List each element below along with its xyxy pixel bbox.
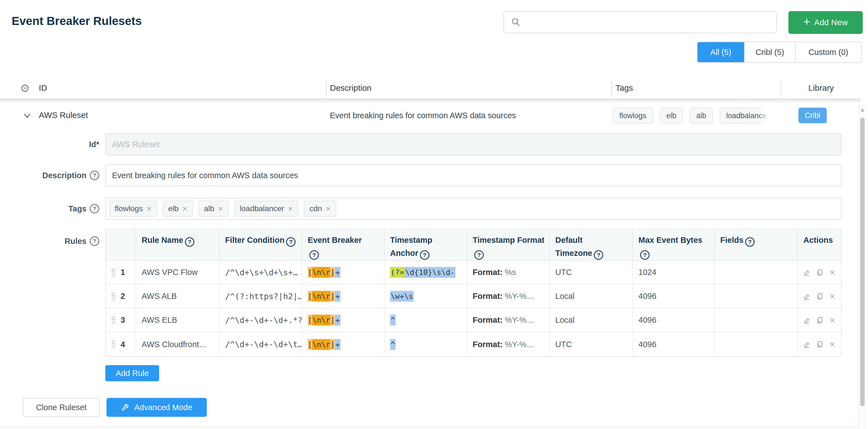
timestamp-anchor-cell: ^	[384, 333, 467, 356]
help-icon[interactable]: ?	[286, 237, 296, 247]
rule-name-cell: AWS ALB	[136, 285, 220, 309]
event-breaker-cell: [\n\r]+	[302, 333, 384, 356]
column-header-fields: Fields?	[715, 229, 798, 261]
timezone-cell: UTC	[550, 261, 633, 285]
tab-custom[interactable]: Custom (0)	[795, 42, 861, 62]
help-icon[interactable]: ?	[594, 250, 603, 260]
rule-name-cell: AWS Cloudfront…	[136, 333, 220, 356]
scrollbar-track[interactable]: ▲	[858, 104, 866, 429]
drag-handle[interactable]	[112, 316, 116, 324]
rule-number: 4	[121, 340, 125, 349]
drag-handle[interactable]	[112, 268, 116, 276]
description-field-label: Description ?	[0, 164, 99, 187]
timestamp-anchor-cell: ^	[384, 309, 467, 333]
edit-icon[interactable]	[803, 316, 811, 324]
remove-tag-icon[interactable]: ×	[147, 204, 152, 213]
max-event-bytes-cell: 4096	[633, 333, 715, 356]
tag-chip: elb×	[163, 201, 193, 217]
help-icon[interactable]: ?	[185, 237, 194, 247]
timestamp-format-cell: Format: %Y-%…	[467, 333, 550, 356]
copy-icon[interactable]	[816, 340, 824, 348]
tag-chip: loadbalancer×	[234, 201, 299, 217]
help-icon[interactable]: ?	[745, 237, 754, 247]
advanced-mode-button[interactable]: Advanced Mode	[106, 398, 207, 417]
scrollbar-thumb[interactable]	[860, 118, 865, 406]
wrench-icon	[121, 403, 130, 412]
event-breaker-cell: [\n\r]+	[302, 285, 384, 309]
tag-chip: loadbalancer	[720, 108, 768, 124]
rules-table: Rule Name? Filter Condition? Event Break…	[105, 229, 842, 357]
help-icon[interactable]: ?	[90, 171, 99, 180]
delete-icon[interactable]	[829, 316, 836, 324]
tab-cribl[interactable]: Cribl (5)	[744, 42, 795, 62]
drag-handle[interactable]	[112, 341, 116, 348]
fields-cell	[715, 309, 798, 333]
column-header-description: Description	[330, 83, 371, 93]
help-icon[interactable]: ?	[309, 250, 319, 260]
remove-tag-icon[interactable]: ×	[326, 204, 331, 213]
library-badge-cribl[interactable]: Cribl	[798, 108, 827, 123]
delete-icon[interactable]	[829, 292, 836, 300]
remove-tag-icon[interactable]: ×	[288, 204, 293, 213]
filter-condition-cell: /^\d+-\d+-\d+.*?…	[220, 309, 302, 333]
id-field-label: Id*	[0, 133, 99, 155]
column-header-timestamp-anchor: Timestamp Anchor?	[384, 229, 467, 261]
event-breaker-cell: [\n\r]+	[302, 261, 384, 285]
clone-ruleset-button[interactable]: Clone Ruleset	[23, 398, 100, 417]
timezone-cell: Local	[550, 285, 633, 309]
copy-icon[interactable]	[816, 292, 824, 301]
copy-icon[interactable]	[816, 268, 824, 277]
ruleset-name[interactable]: AWS Ruleset	[39, 110, 88, 120]
column-header-id: ID	[39, 83, 47, 93]
edit-icon[interactable]	[803, 268, 811, 277]
plus-icon: +	[803, 16, 810, 28]
edit-icon[interactable]	[803, 340, 811, 348]
id-field[interactable]	[105, 133, 842, 155]
delete-icon[interactable]	[829, 268, 836, 276]
timezone-cell: Local	[550, 309, 633, 333]
actions-cell	[798, 309, 841, 333]
page-title: Event Breaker Rulesets	[12, 15, 142, 28]
filter-condition-cell: /^\d+\s+\d+\s+…	[220, 261, 302, 285]
add-new-label: Add New	[814, 18, 848, 27]
add-rule-button[interactable]: Add Rule	[105, 365, 159, 381]
remove-tag-icon[interactable]: ×	[182, 204, 187, 213]
tab-all[interactable]: All (5)	[698, 42, 744, 62]
tag-chip: flowlogs	[613, 108, 653, 124]
tag-chip: alb	[690, 108, 713, 124]
rule-name-cell: AWS ELB	[136, 309, 220, 333]
scroll-up-icon[interactable]: ▲	[859, 107, 866, 113]
event-breaker-rulesets-page: Event Breaker Rulesets + Add New All (5)…	[0, 0, 868, 429]
copy-icon[interactable]	[816, 316, 824, 324]
help-icon[interactable]: ?	[474, 250, 484, 260]
remove-tag-icon[interactable]: ×	[218, 204, 223, 213]
column-header-default-timezone: Default Timezone?	[550, 229, 633, 261]
search-box[interactable]	[503, 11, 777, 33]
chevron-down-icon[interactable]	[23, 112, 32, 119]
help-icon[interactable]: ?	[90, 236, 99, 246]
search-icon	[510, 17, 521, 27]
help-icon[interactable]: ?	[90, 204, 99, 213]
edit-icon[interactable]	[803, 292, 811, 301]
timestamp-anchor-cell: (?=\d{10}\s\d-	[384, 261, 467, 285]
gear-icon[interactable]: ⚙	[20, 83, 30, 94]
description-field[interactable]	[105, 164, 842, 187]
fields-cell	[715, 333, 798, 356]
tags-field[interactable]: flowlogs× elb× alb× loadbalancer× cdn×	[105, 198, 842, 220]
help-icon[interactable]: ?	[420, 250, 429, 260]
filter-condition-cell: /^\d+-\d+-\d+\t…	[220, 333, 302, 356]
timezone-cell: UTC	[550, 333, 633, 356]
rule-row: 3 AWS ELB /^\d+-\d+-\d+.*?… [\n\r]+ ^ Fo…	[106, 309, 841, 333]
delete-icon[interactable]	[829, 341, 836, 348]
rule-row: 1 AWS VPC Flow /^\d+\s+\d+\s+… [\n\r]+ (…	[106, 261, 841, 285]
actions-cell	[798, 333, 841, 356]
rule-row: 2 AWS ALB /^(?:https?|h2|… [\n\r]+ \w+\s…	[106, 285, 841, 309]
ruleset-tags: flowlogs elb alb loadbalancer	[613, 107, 768, 125]
column-divider	[781, 81, 781, 96]
actions-cell	[798, 285, 841, 309]
help-icon[interactable]: ?	[640, 250, 650, 260]
search-input[interactable]	[525, 12, 771, 32]
drag-handle[interactable]	[112, 292, 116, 300]
add-new-button[interactable]: + Add New	[788, 11, 863, 34]
max-event-bytes-cell: 4096	[633, 309, 715, 333]
